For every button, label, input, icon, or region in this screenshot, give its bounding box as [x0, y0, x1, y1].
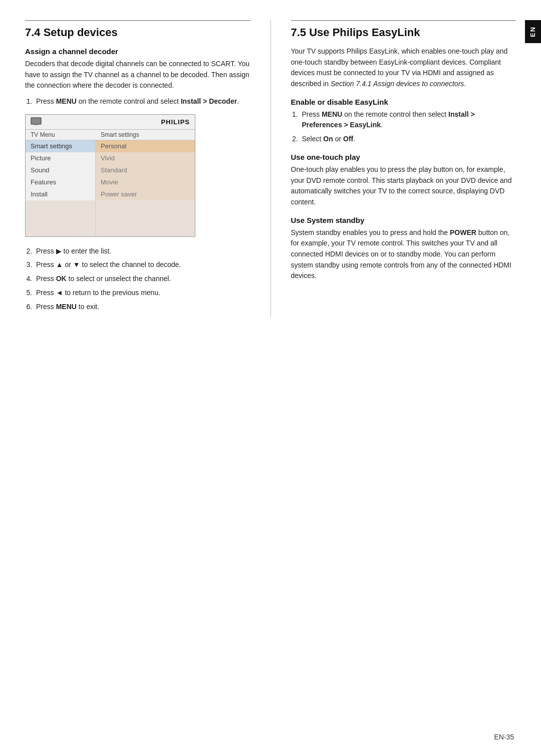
menu-row-picture: Picture — [26, 152, 95, 164]
easylink-steps: Press MENU on the remote control then se… — [300, 109, 516, 145]
page-container: EN 7.4 Setup devices Assign a channel de… — [0, 0, 541, 756]
section-75-title: 7.5 Use Philips EasyLink — [291, 20, 516, 39]
tv-menu-screenshot: PHILIPS TV Menu Smart settings Smart set… — [25, 114, 195, 237]
step4-ok: OK — [56, 275, 67, 283]
step1-bold-install: Install > Decoder — [181, 97, 237, 105]
easylink-step-2: Select On or Off. — [300, 134, 516, 145]
tv-menu-rows: Smart settings Picture Sound Features In… — [26, 140, 195, 236]
menu-row-powersaver: Power saver — [96, 188, 195, 200]
setup-steps-list: Press MENU on the remote control and sel… — [34, 96, 250, 107]
assign-body: Decoders that decode digital channels ca… — [25, 59, 250, 91]
page-number: EN-35 — [494, 733, 514, 741]
left-column: 7.4 Setup devices Assign a channel decod… — [25, 20, 250, 317]
easylink-step1-menu: MENU — [322, 110, 342, 118]
step-3: Press ▲ or ▼ to select the channel to de… — [34, 260, 250, 271]
menu-row-right-empty1 — [96, 200, 195, 212]
power-bold: POWER — [450, 228, 476, 236]
easylink-step-1: Press MENU on the remote control then se… — [300, 109, 516, 131]
step-4: Press OK to select or unselect the chann… — [34, 274, 250, 285]
menu-row-empty1 — [26, 200, 95, 212]
tv-menu-right-col: Personal Vivid Standard Movie Power save… — [96, 140, 195, 236]
tv-menu-header: PHILIPS — [26, 115, 195, 130]
menu-row-right-empty3 — [96, 224, 195, 236]
easylink-off: Off — [343, 135, 353, 143]
menu-row-empty2 — [26, 212, 95, 224]
standby-body: System standby enables you to press and … — [291, 227, 516, 282]
easylink-on: On — [323, 135, 333, 143]
onetouch-body: One-touch play enables you to press the … — [291, 164, 516, 208]
column-divider — [270, 20, 271, 317]
tv-menu-left-col: Smart settings Picture Sound Features In… — [26, 140, 96, 236]
menu-row-personal: Personal — [96, 140, 195, 152]
svg-rect-1 — [35, 124, 38, 125]
step6-menu: MENU — [56, 303, 77, 311]
step-1: Press MENU on the remote control and sel… — [34, 96, 250, 107]
menu-row-smartsettings: Smart settings — [26, 140, 95, 152]
main-columns: 7.4 Setup devices Assign a channel decod… — [25, 20, 516, 317]
menu-row-features: Features — [26, 176, 95, 188]
section-reference: Section 7.4.1 Assign devices to connecto… — [331, 80, 464, 88]
right-column: 7.5 Use Philips EasyLink Your TV support… — [291, 20, 516, 317]
enable-subtitle: Enable or disable EasyLink — [291, 98, 516, 106]
step1-bold-menu: MENU — [56, 97, 77, 105]
menu-row-standard: Standard — [96, 164, 195, 176]
menu-row-install: Install — [26, 188, 95, 200]
setup-steps-list-continued: Press ▶ to enter the list. Press ▲ or ▼ … — [34, 246, 250, 312]
tv-menu-col-left-header: TV Menu — [26, 130, 96, 140]
onetouch-subtitle: Use one-touch play — [291, 153, 516, 161]
step-2: Press ▶ to enter the list. — [34, 246, 250, 257]
tv-icon — [31, 117, 42, 127]
step-5: Press ◄ to return to the previous menu. — [34, 288, 250, 299]
menu-row-sound: Sound — [26, 164, 95, 176]
section75-intro: Your TV supports Philips EasyLink, which… — [291, 46, 516, 90]
standby-subtitle: Use System standby — [291, 216, 516, 224]
tv-menu-col-right-header: Smart settings — [96, 130, 195, 140]
menu-row-vivid: Vivid — [96, 152, 195, 164]
menu-row-empty3 — [26, 224, 95, 236]
menu-row-right-empty2 — [96, 212, 195, 224]
section-74-title: 7.4 Setup devices — [25, 20, 250, 39]
philips-logo: PHILIPS — [161, 118, 190, 126]
menu-row-movie: Movie — [96, 176, 195, 188]
assign-subtitle: Assign a channel decoder — [25, 47, 250, 56]
en-tab: EN — [525, 20, 541, 43]
tv-menu-col-header: TV Menu Smart settings — [26, 130, 195, 140]
step-6: Press MENU to exit. — [34, 302, 250, 313]
svg-rect-0 — [31, 118, 41, 124]
